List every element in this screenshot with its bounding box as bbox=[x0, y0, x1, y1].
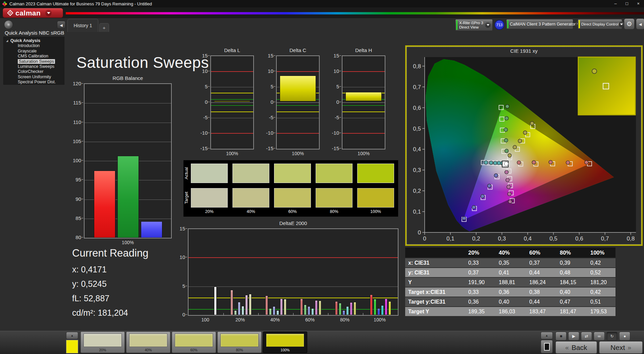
deltae-bar bbox=[377, 308, 380, 315]
y-tick-mark bbox=[82, 179, 83, 180]
session-nav-button[interactable] bbox=[4, 20, 13, 29]
calman-menu-button[interactable]: calman bbox=[3, 8, 63, 18]
calman-logo-text: calman bbox=[15, 9, 41, 17]
add-tab-button[interactable]: + bbox=[99, 23, 109, 32]
workflow-tree: ◢Quick AnalysisIntroductionGrayscaleCMS … bbox=[3, 37, 64, 85]
tree-expanded-icon[interactable]: ◢ bbox=[6, 38, 8, 43]
deltae-bar bbox=[230, 290, 233, 315]
pattern-delay-badge[interactable]: 713 bbox=[494, 20, 504, 30]
table-cell: 181,47 bbox=[554, 309, 585, 315]
sidebar-item-introduction[interactable]: Introduction bbox=[4, 43, 64, 48]
table-cell: 0,42 bbox=[585, 289, 615, 295]
display-control-label: Direct Display Control bbox=[578, 22, 619, 26]
deltae-bar bbox=[249, 294, 252, 315]
y-tick-mark bbox=[274, 86, 275, 87]
table-cell: 0,38 bbox=[524, 289, 554, 295]
target-swatch-100% bbox=[357, 188, 394, 208]
stop-button[interactable]: ■ bbox=[555, 332, 567, 341]
table-row-label: Target y:CIE31 bbox=[405, 299, 463, 305]
current-reading-title: Current Reading bbox=[72, 247, 148, 259]
meter-dropdown-icon bbox=[485, 22, 491, 28]
pattern-button-60%[interactable]: 60% bbox=[172, 331, 216, 353]
record-button[interactable]: ● bbox=[619, 332, 630, 341]
workflow-title: Quick Analysis NBC sRGB bbox=[5, 30, 64, 36]
maximize-button[interactable]: □ bbox=[621, 0, 633, 7]
meter-dropdown[interactable]: X-Rite i1Pro 3 Direct View bbox=[455, 19, 493, 31]
sidebar-item-label: Saturation Sweeps bbox=[18, 59, 55, 64]
loop-button[interactable]: ∞ bbox=[594, 332, 605, 341]
settings-button[interactable]: ⚙ bbox=[624, 18, 635, 30]
target-row-label: Target bbox=[184, 188, 189, 208]
sidebar-item-screen-uniformity[interactable]: Screen Uniformity bbox=[4, 75, 64, 80]
y-tick-mark bbox=[274, 148, 275, 148]
cie-zoom-inset bbox=[578, 57, 635, 115]
table-row-target-y: Target Y189,35186,03183,47181,47179,53 bbox=[405, 307, 615, 316]
y-tick-label: -15 bbox=[200, 145, 208, 151]
table-cell: 0,44 bbox=[524, 270, 554, 276]
sidebar-item-spectral-power-dist[interactable]: Spectral Power Dist. bbox=[4, 80, 64, 85]
table-cell: 0,37 bbox=[524, 260, 554, 266]
pattern-button-label: 60% bbox=[172, 348, 216, 352]
table-row-label: x: CIE31 bbox=[405, 260, 463, 266]
y-tick-mark bbox=[208, 55, 210, 56]
table-row-y-cie31: y: CIE310,370,410,440,480,52 bbox=[405, 268, 615, 277]
deltae-group-label: 60% bbox=[297, 317, 323, 322]
delta-c-bar bbox=[280, 76, 316, 101]
display-control-dropdown[interactable]: Direct Display Control bbox=[578, 19, 622, 29]
y-tick-mark bbox=[274, 55, 275, 56]
source-status-indicator bbox=[507, 20, 508, 28]
refresh-button[interactable]: ↻ bbox=[606, 332, 618, 341]
deltae-bar bbox=[388, 301, 391, 315]
yellow-measured-point bbox=[523, 131, 527, 134]
pattern-panel-expand-button[interactable]: ▲ bbox=[66, 332, 78, 339]
sidebar-item-quick-analysis[interactable]: ◢Quick Analysis bbox=[4, 38, 64, 43]
gridline bbox=[211, 87, 253, 87]
session-nav-dot-icon bbox=[7, 24, 10, 26]
source-dropdown[interactable]: CalMAN Client 3 Pattern Generator bbox=[506, 19, 573, 29]
panel-collapse-button[interactable]: ◀ bbox=[636, 18, 644, 30]
yellow-measured-point bbox=[518, 139, 522, 143]
back-button[interactable]: « Back bbox=[555, 341, 597, 354]
sidebar-item-colorchecker[interactable]: ColorChecker bbox=[4, 69, 64, 74]
delta-l-y-axis: 151050-5-10-15 bbox=[194, 55, 210, 149]
delta-l-title: Delta L bbox=[210, 47, 254, 53]
table-row-y: Y191,90188,81186,24184,15181,20 bbox=[405, 278, 615, 287]
rgb-balance-chart bbox=[84, 83, 172, 238]
pattern-button-80%[interactable]: 80% bbox=[217, 331, 262, 353]
pattern-window-button[interactable] bbox=[541, 340, 553, 353]
blue-measured-point bbox=[481, 194, 484, 198]
skip-button[interactable]: ⇄ bbox=[581, 332, 592, 341]
table-cell: 0,35 bbox=[493, 260, 524, 266]
sidebar-collapse-button[interactable]: ◀ bbox=[57, 21, 65, 29]
minimize-button[interactable]: – bbox=[610, 0, 621, 7]
y-tick-mark bbox=[82, 237, 83, 237]
next-button[interactable]: Next » bbox=[599, 341, 643, 354]
gridline bbox=[342, 118, 385, 118]
play-button[interactable]: ▶ bbox=[568, 332, 579, 341]
deltae-bar bbox=[238, 302, 240, 315]
y-tick-mark bbox=[339, 86, 341, 87]
table-row-label: Target x:CIE31 bbox=[405, 289, 463, 295]
sidebar-item-luminance-sweeps[interactable]: Luminance Sweeps bbox=[4, 64, 64, 69]
svg-text:0,6: 0,6 bbox=[575, 235, 583, 242]
sidebar-item-grayscale[interactable]: Grayscale bbox=[4, 49, 64, 54]
y-tick-mark bbox=[208, 86, 210, 87]
sidebar-item-saturation-sweeps[interactable]: Saturation Sweeps bbox=[4, 59, 64, 64]
close-button[interactable]: × bbox=[633, 0, 644, 7]
pattern-button-40%[interactable]: 40% bbox=[126, 331, 170, 353]
pattern-button-100%[interactable]: 100% bbox=[263, 331, 307, 353]
transport-panel-expand-button[interactable]: ▲ bbox=[541, 332, 553, 339]
deltae-group-label: 100% bbox=[366, 317, 393, 322]
y-tick-mark bbox=[185, 286, 187, 286]
sidebar-item-cms-calibration[interactable]: CMS Calibration bbox=[4, 54, 64, 59]
reference-line bbox=[342, 105, 385, 106]
deltae-bar bbox=[381, 305, 384, 315]
tab-history-1[interactable]: History 1 bbox=[67, 19, 98, 32]
blue-measured-point bbox=[487, 184, 491, 188]
table-cell: 0,36 bbox=[463, 299, 493, 305]
cyan-measured-point bbox=[484, 161, 488, 165]
y-tick-mark bbox=[208, 102, 210, 102]
pattern-button-20%[interactable]: 20% bbox=[80, 331, 125, 353]
y-tick-mark bbox=[185, 228, 187, 229]
svg-text:0: 0 bbox=[423, 235, 426, 242]
